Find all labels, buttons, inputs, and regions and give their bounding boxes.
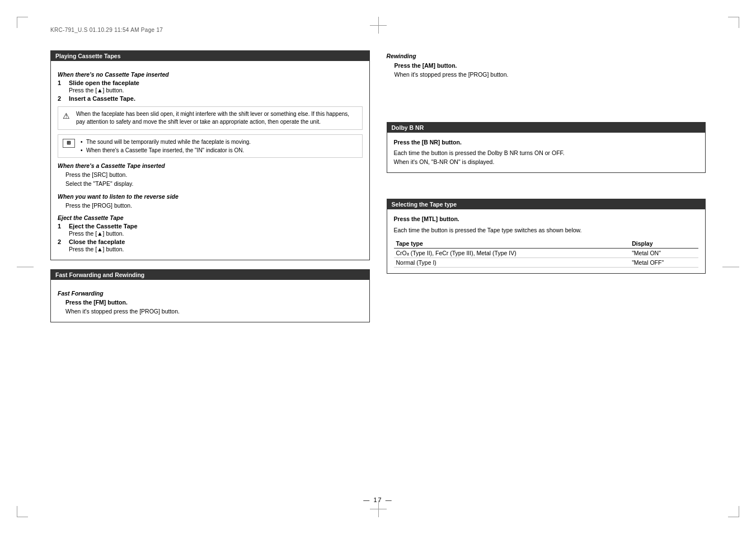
page-container: KRC-791_U.S 01.10.29 11:54 AM Page 17 Pl… [0, 0, 756, 534]
tape-type-text1-bold: Press the [MTL] button. [394, 216, 459, 222]
tape-inserted-heading: When there's a Cassette Tape inserted [58, 162, 363, 169]
corner-mark-tl [17, 17, 28, 28]
info-bullet-1: The sound will be temporarily muted whil… [81, 138, 251, 146]
spacer-1 [387, 94, 706, 122]
table-row-1-type: CrO₂ (Type II), FeCr (Type III), Metal (… [394, 249, 630, 258]
content-area: Playing Cassette Tapes When there's no C… [50, 50, 706, 484]
step-1-content: Slide open the faceplate Press the [▲] b… [69, 79, 363, 93]
ff-text1-bold: Press the [FM] button. [65, 299, 128, 306]
left-column: Playing Cassette Tapes When there's no C… [50, 50, 370, 484]
rewinding-text1-bold: Press the [AM] button. [395, 62, 457, 69]
corner-mark-tr [728, 17, 739, 28]
tape-type-table: Tape type Display CrO₂ (Type II), FeCr (… [394, 239, 699, 268]
dolby-section: Dolby B NR Press the [B NR] button. Each… [387, 122, 706, 173]
spacer-2 [387, 182, 706, 199]
table-row-2-type: Normal (Type I) [394, 258, 630, 268]
info-icon: ⊞ [63, 138, 76, 154]
tape-type-text2: Each time the button is pressed the Tape… [394, 226, 699, 235]
tape-type-body: Press the [MTL] button. Each time the bu… [387, 209, 706, 274]
tape-type-section: Selecting the Tape type Press the [MTL] … [387, 199, 706, 274]
info-box: ⊞ The sound will be temporarily muted wh… [58, 134, 363, 158]
header-info: KRC-791_U.S 01.10.29 11:54 AM Page 17 [50, 27, 163, 33]
warning-text: When the faceplate has been slid open, i… [76, 110, 358, 126]
eject-step-1-content: Eject the Cassette Tape Press the [▲] bu… [69, 223, 363, 237]
eject-step-1: 1 Eject the Cassette Tape Press the [▲] … [58, 223, 363, 237]
step-1: 1 Slide open the faceplate Press the [▲]… [58, 79, 363, 93]
table-col2-header: Display [630, 239, 698, 249]
eject-step-2: 2 Close the faceplate Press the [▲] butt… [58, 238, 363, 252]
no-tape-heading: When there's no Cassette Tape inserted [58, 71, 363, 78]
fast-forward-header: Fast Forwarding and Rewinding [51, 270, 369, 280]
reverse-text: Press the [PROG] button. [58, 202, 363, 210]
corner-mark-bl [17, 506, 28, 517]
crosshair-top [370, 17, 387, 34]
tape-type-header: Selecting the Tape type [387, 199, 706, 209]
page-number: — 17 — [363, 496, 392, 503]
fast-forward-section: Fast Forwarding and Rewinding Fast Forwa… [50, 269, 370, 322]
crosshair-left [17, 267, 34, 268]
eject-step-1-title: Eject the Cassette Tape [69, 223, 363, 229]
eject-step-2-content: Close the faceplate Press the [▲] button… [69, 238, 363, 252]
playing-section-header: Playing Cassette Tapes [51, 51, 369, 61]
eject-step-2-num: 2 [58, 238, 65, 252]
two-column-layout: Playing Cassette Tapes When there's no C… [50, 50, 706, 484]
table-row-2: Normal (Type I) "Metal OFF" [394, 258, 699, 268]
playing-section: Playing Cassette Tapes When there's no C… [50, 50, 370, 260]
rewinding-title: Rewinding [387, 53, 706, 59]
fast-forward-heading: Fast Forwarding [58, 290, 363, 297]
step-1-title: Slide open the faceplate [69, 79, 363, 86]
playing-section-body: When there's no Cassette Tape inserted 1… [51, 61, 369, 260]
eject-heading: Eject the Cassette Tape [58, 214, 363, 221]
table-row-1-display: "Metal ON" [630, 249, 698, 258]
dolby-header: Dolby B NR [387, 123, 706, 133]
info-bullets-container: The sound will be temporarily muted whil… [81, 138, 251, 154]
dolby-text1-bold: Press the [B NR] button. [394, 139, 462, 146]
info-bullet-2: When there's a Cassette Tape inserted, t… [81, 146, 251, 154]
warning-icon: ⚠ [63, 111, 72, 126]
right-col-top: Rewinding Press the [AM] button. When it… [387, 50, 706, 283]
eject-step-2-desc: Press the [▲] button. [69, 246, 363, 252]
dolby-body: Press the [B NR] button. Each time the b… [387, 133, 706, 172]
ff-text1: Press the [FM] button. [58, 298, 363, 307]
eject-step-2-title: Close the faceplate [69, 238, 363, 245]
dolby-text3: When it's ON, "B-NR ON" is displayed. [394, 158, 699, 167]
eject-step-1-desc: Press the [▲] button. [69, 230, 363, 237]
rewinding-text1: Press the [AM] button. [387, 62, 706, 71]
step-2-content: Insert a Cassette Tape. [69, 95, 363, 102]
table-row-1: CrO₂ (Type II), FeCr (Type III), Metal (… [394, 249, 699, 258]
warning-box: ⚠ When the faceplate has been slid open,… [58, 106, 363, 130]
step-2: 2 Insert a Cassette Tape. [58, 95, 363, 102]
tape-type-text1: Press the [MTL] button. [394, 215, 699, 224]
eject-step-1-num: 1 [58, 223, 65, 237]
step-2-num: 2 [58, 95, 65, 102]
step-1-desc: Press the [▲] button. [69, 87, 363, 93]
tape-inserted-text2: Select the "TAPE" display. [58, 180, 363, 189]
ff-text2: When it's stopped press the [PROG] butto… [58, 307, 363, 316]
tape-inserted-text1: Press the [SRC] button. [58, 171, 363, 180]
crosshair-right [722, 267, 739, 268]
dolby-text1: Press the [B NR] button. [394, 138, 699, 147]
table-col1-header: Tape type [394, 239, 630, 249]
fast-forward-body: Fast Forwarding Press the [FM] button. W… [51, 280, 369, 322]
dolby-text2: Each time the button is pressed the Dolb… [394, 149, 699, 158]
reverse-heading: When you want to listen to the reverse s… [58, 193, 363, 200]
step-2-title: Insert a Cassette Tape. [69, 95, 363, 102]
info-icon-inner: ⊞ [63, 139, 75, 148]
step-1-num: 1 [58, 79, 65, 93]
rewinding-text2: When it's stopped press the [PROG] butto… [387, 71, 706, 79]
rewinding-section: Rewinding Press the [AM] button. When it… [387, 53, 706, 85]
table-row-2-display: "Metal OFF" [630, 258, 698, 268]
corner-mark-br [728, 506, 739, 517]
right-column: Rewinding Press the [AM] button. When it… [387, 50, 706, 484]
info-bullet-list: The sound will be temporarily muted whil… [81, 138, 251, 154]
